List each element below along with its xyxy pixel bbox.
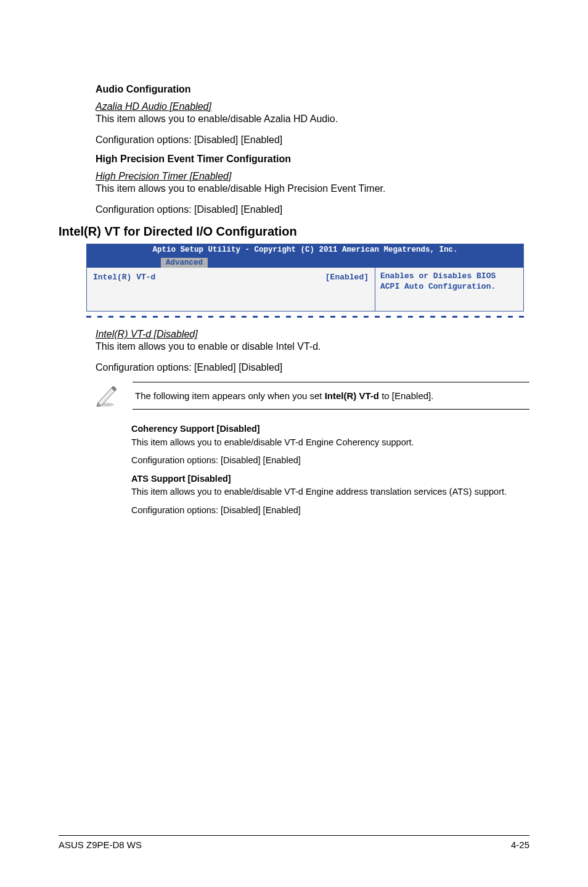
note-prefix: The following item appears only when you… [135, 390, 325, 401]
hpet-heading: High Precision Event Timer Configuration [59, 154, 529, 165]
azalia-desc: This item allows you to enable/disable A… [59, 112, 529, 126]
vtd-desc: This item allows you to enable or disabl… [59, 340, 529, 353]
ats-opts: Configuration options: [Disabled] [Enabl… [131, 505, 529, 517]
coherency-opts: Configuration options: [Disabled] [Enabl… [131, 455, 529, 467]
ats-heading: ATS Support [Disabled] [131, 473, 529, 485]
note-callout: The following item appears only when you… [94, 382, 529, 410]
vt-io-heading: Intel(R) VT for Directed I/O Configurati… [59, 225, 529, 239]
note-icon [94, 383, 119, 408]
bios-item-label: Intel(R) VT-d [93, 273, 155, 306]
bios-item-value: [Enabled] [325, 273, 369, 306]
coherency-desc: This item allows you to enable/disable V… [131, 437, 529, 449]
bios-help-text: Enables or Disables BIOS ACPI Auto Confi… [375, 268, 523, 311]
note-bold: Intel(R) VT-d [325, 390, 379, 401]
azalia-link: Azalia HD Audio [Enabled] [59, 101, 529, 112]
bios-tab-advanced: Advanced [161, 258, 208, 268]
vtd-opts: Configuration options: [Enabled] [Disabl… [59, 361, 529, 374]
note-text: The following item appears only when you… [133, 382, 529, 410]
ats-desc: This item allows you to enable/disable V… [131, 486, 529, 498]
hpet-opts: Configuration options: [Disabled] [Enabl… [59, 203, 529, 217]
audio-config-heading: Audio Configuration [59, 84, 529, 95]
vtd-link: Intel(R) VT-d [Disabled] [59, 329, 529, 340]
hpet-desc: This item allows you to enable/disable H… [59, 182, 529, 196]
bios-body: Intel(R) VT-d [Enabled] Enables or Disab… [87, 268, 523, 311]
azalia-opts: Configuration options: [Disabled] [Enabl… [59, 133, 529, 147]
bios-item-row: Intel(R) VT-d [Enabled] [87, 268, 375, 311]
coherency-heading: Coherency Support [Disabled] [131, 423, 529, 435]
footer-left: ASUS Z9PE-D8 WS [59, 840, 142, 850]
bios-screenshot: Aptio Setup Utility - Copyright (C) 2011… [86, 244, 524, 311]
bios-dashed-border [86, 316, 524, 318]
bios-title: Aptio Setup Utility - Copyright (C) 2011… [87, 244, 523, 254]
note-suffix: to [Enabled]. [379, 390, 433, 401]
hpet-link: High Precision Timer [Enabled] [59, 171, 529, 182]
page-footer: ASUS Z9PE-D8 WS 4-25 [59, 835, 529, 850]
bios-header: Aptio Setup Utility - Copyright (C) 2011… [87, 244, 523, 268]
footer-right: 4-25 [511, 840, 529, 850]
